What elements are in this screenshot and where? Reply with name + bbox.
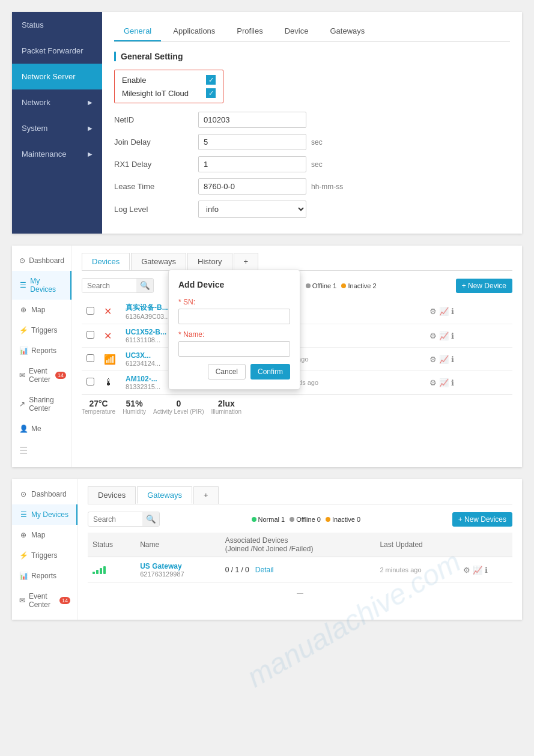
gw-info-icon[interactable]: ℹ [485,566,488,575]
chart-icon-4[interactable]: 📈 [439,378,449,387]
chart-icon-3[interactable]: 📈 [439,355,449,364]
sidebar2: ⊙ Dashboard ☰ My Devices ⊕ Map ⚡ Trigger… [12,246,72,467]
device-actions-3: ⚙ 📈 ℹ [425,348,512,371]
gateway-id: 621763129987 [140,570,216,578]
s3-triggers-label: Triggers [31,551,58,560]
devices-search-bar: 🔍 [82,278,154,293]
temperature-cell: 27°C Temperature [82,399,115,415]
s3-dashboard-icon: ⊙ [19,490,28,498]
sidebar2-me[interactable]: 👤 Me [12,419,71,439]
log-level-select[interactable]: info debug warning error [198,201,306,218]
tab2-history[interactable]: History [187,253,232,270]
gw-normal-pill: Normal 1 [252,516,285,523]
enable-checkbox[interactable] [206,75,216,85]
sidebar2-event-center[interactable]: ✉ Event Center 14 [12,361,71,390]
me-icon: 👤 [19,425,28,433]
sidebar-item-network-server[interactable]: Network Server [12,64,102,89]
lease-time-group: Lease Time hh-mm-ss [114,178,510,195]
gw-updated-cell: 2 minutes ago [375,557,458,583]
gateways-section: ⊙ Dashboard ☰ My Devices ⊕ Map ⚡ Trigger… [12,479,522,620]
sidebar2-sharing-center[interactable]: ↗ Sharing Center [12,390,71,419]
sidebar-item-maintenance[interactable]: Maintenance ▶ [12,141,102,167]
tab-applications[interactable]: Applications [163,22,225,41]
tab-gateways[interactable]: Gateways [320,22,374,41]
sn-asterisk: * SN: [178,298,195,306]
modal-sn-input[interactable] [178,309,290,324]
dashboard-icon: ⊙ [19,256,25,265]
devices-search-input[interactable] [82,279,136,292]
scroll-indicator: — [297,589,303,596]
gw-action-icons: ⚙ 📈 ℹ [463,566,508,575]
row-checkbox-4[interactable] [86,378,94,386]
tab2-gateways[interactable]: Gateways [131,253,186,270]
tab2-devices[interactable]: Devices [82,253,130,270]
chart-icon-1[interactable]: 📈 [439,307,449,316]
modal-name-input[interactable] [178,341,290,357]
new-devices-button[interactable]: + New Devices [452,512,512,527]
netid-input[interactable] [198,112,306,128]
gw-settings-icon[interactable]: ⚙ [463,566,470,575]
milesight-cloud-checkbox[interactable] [206,88,216,98]
tab3-add[interactable]: + [193,486,219,504]
sidebar2-triggers[interactable]: ⚡ Triggers [12,320,71,340]
sidebar-network-label: Network [22,98,50,107]
gw-chart-icon[interactable]: 📈 [473,566,482,575]
sidebar-item-status[interactable]: Status [12,12,102,38]
sidebar2-my-devices[interactable]: ☰ My Devices [12,271,71,300]
sidebar2-expand[interactable]: ☰ [12,439,71,462]
gateways-search-bar: 🔍 [88,512,160,527]
s3-my-devices-icon: ☰ [19,510,28,519]
sidebar2-dashboard[interactable]: ⊙ Dashboard [12,250,71,271]
sidebar3-event-center[interactable]: ✉ Event Center 14 [12,586,77,615]
row-checkbox-1[interactable] [86,307,94,315]
device-actions-4: ⚙ 📈 ℹ [425,371,512,395]
tab-general[interactable]: General [114,22,161,41]
sidebar-item-network[interactable]: Network ▶ [12,89,102,115]
join-delay-input[interactable] [198,134,306,150]
tab-device[interactable]: Device [275,22,318,41]
tab-profiles[interactable]: Profiles [227,22,272,41]
sidebar3-map[interactable]: ⊕ Map [12,525,77,545]
info-icon-3[interactable]: ℹ [451,355,454,364]
settings-icon-2[interactable]: ⚙ [429,331,437,340]
gateways-search-input[interactable] [88,513,142,526]
settings-icon-3[interactable]: ⚙ [429,355,437,364]
gw-status-cell [88,557,135,583]
tab2-add[interactable]: + [234,253,259,270]
main-content-2: Devices Gateways History + 🔍 Normal 1 [72,246,522,467]
tab3-gateways[interactable]: Gateways [137,486,192,504]
gw-status-header: Status [88,533,135,557]
sidebar-item-packet-forwarder[interactable]: Packet Forwarder [12,38,102,64]
my-devices-icon: ☰ [19,281,26,289]
sidebar2-map[interactable]: ⊕ Map [12,300,71,320]
lease-time-input[interactable] [198,178,306,195]
info-icon-4[interactable]: ℹ [451,378,454,387]
new-device-button[interactable]: + New Device [456,279,512,293]
gateway-name[interactable]: US Gateway [140,562,216,570]
gateway-search-button[interactable]: 🔍 [142,512,160,526]
settings-icon-4[interactable]: ⚙ [429,378,437,387]
row-checkbox-3[interactable] [86,354,94,362]
sidebar3-reports[interactable]: 📊 Reports [12,566,77,586]
temperature-label: Temperature [82,408,115,415]
modal-confirm-button[interactable]: Confirm [250,364,290,380]
info-icon-1[interactable]: ℹ [451,307,454,316]
rx1-delay-label: RX1 Delay [114,160,198,169]
dashboard-label: Dashboard [29,256,64,265]
settings-icon-1[interactable]: ⚙ [429,307,437,316]
sidebar2-reports[interactable]: 📊 Reports [12,340,71,361]
sidebar3-my-devices[interactable]: ☰ My Devices [12,504,77,525]
sidebar-item-system[interactable]: System ▶ [12,115,102,141]
gw-detail-link[interactable]: Detail [255,566,274,574]
info-icon-2[interactable]: ℹ [451,331,454,340]
sidebar3: ⊙ Dashboard ☰ My Devices ⊕ Map ⚡ Trigger… [12,479,78,620]
search-button[interactable]: 🔍 [136,279,154,292]
tab3-devices[interactable]: Devices [88,486,136,504]
modal-cancel-button[interactable]: Cancel [208,364,246,380]
row-checkbox-2[interactable] [86,331,94,339]
sidebar3-triggers[interactable]: ⚡ Triggers [12,545,77,566]
rx1-delay-input[interactable] [198,156,306,172]
illumination-label: Illumination [211,408,242,415]
sidebar3-dashboard[interactable]: ⊙ Dashboard [12,484,77,504]
chart-icon-2[interactable]: 📈 [439,331,449,340]
